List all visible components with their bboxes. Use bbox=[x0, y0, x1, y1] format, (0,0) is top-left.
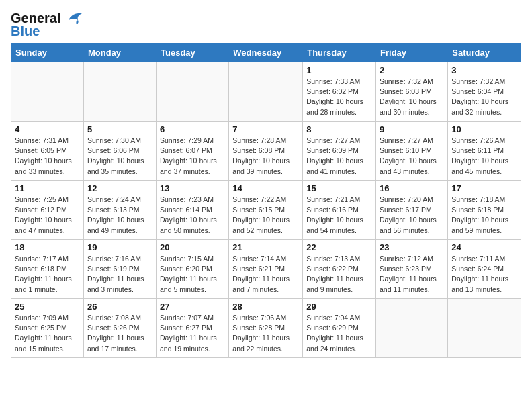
calendar-week-row: 11Sunrise: 7:25 AM Sunset: 6:12 PM Dayli… bbox=[11, 181, 521, 240]
calendar-cell: 1Sunrise: 7:33 AM Sunset: 6:02 PM Daylig… bbox=[303, 62, 376, 122]
day-info: Sunrise: 7:15 AM Sunset: 6:20 PM Dayligh… bbox=[160, 254, 225, 295]
day-number: 10 bbox=[451, 124, 517, 134]
calendar-cell: 24Sunrise: 7:11 AM Sunset: 6:24 PM Dayli… bbox=[448, 240, 521, 299]
calendar-week-row: 4Sunrise: 7:31 AM Sunset: 6:05 PM Daylig… bbox=[11, 122, 521, 181]
calendar-week-row: 25Sunrise: 7:09 AM Sunset: 6:25 PM Dayli… bbox=[11, 299, 521, 358]
day-number: 3 bbox=[451, 65, 517, 75]
day-info: Sunrise: 7:20 AM Sunset: 6:17 PM Dayligh… bbox=[380, 195, 444, 236]
day-info: Sunrise: 7:04 AM Sunset: 6:29 PM Dayligh… bbox=[306, 313, 372, 354]
day-number: 15 bbox=[306, 183, 372, 193]
calendar-week-row: 1Sunrise: 7:33 AM Sunset: 6:02 PM Daylig… bbox=[11, 62, 521, 122]
day-info: Sunrise: 7:12 AM Sunset: 6:23 PM Dayligh… bbox=[380, 254, 444, 295]
day-of-week-header: Wednesday bbox=[229, 44, 303, 62]
calendar-cell: 11Sunrise: 7:25 AM Sunset: 6:12 PM Dayli… bbox=[11, 181, 84, 240]
day-number: 25 bbox=[15, 302, 80, 312]
day-number: 18 bbox=[15, 242, 80, 253]
day-info: Sunrise: 7:24 AM Sunset: 6:13 PM Dayligh… bbox=[87, 195, 152, 236]
day-info: Sunrise: 7:23 AM Sunset: 6:14 PM Dayligh… bbox=[160, 195, 225, 236]
day-info: Sunrise: 7:27 AM Sunset: 6:09 PM Dayligh… bbox=[306, 136, 372, 177]
day-info: Sunrise: 7:26 AM Sunset: 6:11 PM Dayligh… bbox=[451, 136, 517, 177]
calendar-table: SundayMondayTuesdayWednesdayThursdayFrid… bbox=[11, 43, 521, 358]
calendar-cell: 12Sunrise: 7:24 AM Sunset: 6:13 PM Dayli… bbox=[83, 181, 156, 240]
calendar-cell: 14Sunrise: 7:22 AM Sunset: 6:15 PM Dayli… bbox=[229, 181, 303, 240]
day-number: 19 bbox=[87, 242, 152, 253]
day-number: 11 bbox=[15, 183, 80, 193]
calendar-cell: 19Sunrise: 7:16 AM Sunset: 6:19 PM Dayli… bbox=[83, 240, 156, 299]
day-info: Sunrise: 7:07 AM Sunset: 6:27 PM Dayligh… bbox=[160, 313, 225, 354]
day-info: Sunrise: 7:16 AM Sunset: 6:19 PM Dayligh… bbox=[87, 254, 152, 295]
day-info: Sunrise: 7:13 AM Sunset: 6:22 PM Dayligh… bbox=[306, 254, 372, 295]
day-number: 12 bbox=[87, 183, 152, 193]
calendar-week-row: 18Sunrise: 7:17 AM Sunset: 6:18 PM Dayli… bbox=[11, 240, 521, 299]
day-info: Sunrise: 7:28 AM Sunset: 6:08 PM Dayligh… bbox=[232, 136, 299, 177]
page-header: General Blue bbox=[11, 11, 521, 38]
day-info: Sunrise: 7:32 AM Sunset: 6:04 PM Dayligh… bbox=[451, 77, 517, 118]
calendar-cell: 10Sunrise: 7:26 AM Sunset: 6:11 PM Dayli… bbox=[448, 122, 521, 181]
day-number: 4 bbox=[15, 124, 80, 134]
logo: General Blue bbox=[11, 11, 83, 38]
day-info: Sunrise: 7:21 AM Sunset: 6:16 PM Dayligh… bbox=[306, 195, 372, 236]
day-number: 16 bbox=[380, 183, 444, 193]
day-number: 1 bbox=[306, 65, 372, 75]
day-info: Sunrise: 7:33 AM Sunset: 6:02 PM Dayligh… bbox=[306, 77, 372, 118]
calendar-cell: 9Sunrise: 7:27 AM Sunset: 6:10 PM Daylig… bbox=[376, 122, 448, 181]
calendar-cell: 18Sunrise: 7:17 AM Sunset: 6:18 PM Dayli… bbox=[11, 240, 84, 299]
calendar-cell bbox=[157, 62, 229, 122]
day-number: 29 bbox=[306, 302, 372, 312]
calendar-cell: 3Sunrise: 7:32 AM Sunset: 6:04 PM Daylig… bbox=[448, 62, 521, 122]
calendar-header-row: SundayMondayTuesdayWednesdayThursdayFrid… bbox=[11, 44, 521, 62]
day-of-week-header: Friday bbox=[376, 44, 448, 62]
day-number: 6 bbox=[160, 124, 225, 134]
calendar-cell: 8Sunrise: 7:27 AM Sunset: 6:09 PM Daylig… bbox=[303, 122, 376, 181]
day-number: 7 bbox=[232, 124, 299, 134]
day-of-week-header: Monday bbox=[83, 44, 156, 62]
logo-bird-icon bbox=[63, 11, 83, 26]
calendar-cell: 20Sunrise: 7:15 AM Sunset: 6:20 PM Dayli… bbox=[157, 240, 229, 299]
day-info: Sunrise: 7:30 AM Sunset: 6:06 PM Dayligh… bbox=[87, 136, 152, 177]
day-info: Sunrise: 7:17 AM Sunset: 6:18 PM Dayligh… bbox=[15, 254, 80, 295]
day-info: Sunrise: 7:22 AM Sunset: 6:15 PM Dayligh… bbox=[232, 195, 299, 236]
calendar-cell bbox=[376, 299, 448, 358]
day-number: 28 bbox=[232, 302, 299, 312]
calendar-cell bbox=[229, 62, 303, 122]
day-info: Sunrise: 7:11 AM Sunset: 6:24 PM Dayligh… bbox=[451, 254, 517, 295]
day-number: 2 bbox=[380, 65, 444, 75]
day-info: Sunrise: 7:06 AM Sunset: 6:28 PM Dayligh… bbox=[232, 313, 299, 354]
day-number: 17 bbox=[451, 183, 517, 193]
day-of-week-header: Thursday bbox=[303, 44, 376, 62]
calendar-cell: 21Sunrise: 7:14 AM Sunset: 6:21 PM Dayli… bbox=[229, 240, 303, 299]
logo-text-general: General bbox=[11, 11, 60, 25]
calendar-cell: 2Sunrise: 7:32 AM Sunset: 6:03 PM Daylig… bbox=[376, 62, 448, 122]
day-number: 20 bbox=[160, 242, 225, 253]
day-of-week-header: Sunday bbox=[11, 44, 84, 62]
calendar-cell: 22Sunrise: 7:13 AM Sunset: 6:22 PM Dayli… bbox=[303, 240, 376, 299]
calendar-cell bbox=[448, 299, 521, 358]
calendar-cell: 7Sunrise: 7:28 AM Sunset: 6:08 PM Daylig… bbox=[229, 122, 303, 181]
calendar-cell: 16Sunrise: 7:20 AM Sunset: 6:17 PM Dayli… bbox=[376, 181, 448, 240]
calendar-cell bbox=[11, 62, 84, 122]
day-info: Sunrise: 7:18 AM Sunset: 6:18 PM Dayligh… bbox=[451, 195, 517, 236]
day-info: Sunrise: 7:32 AM Sunset: 6:03 PM Dayligh… bbox=[380, 77, 444, 118]
calendar-cell: 15Sunrise: 7:21 AM Sunset: 6:16 PM Dayli… bbox=[303, 181, 376, 240]
day-info: Sunrise: 7:08 AM Sunset: 6:26 PM Dayligh… bbox=[87, 313, 152, 354]
calendar-cell: 17Sunrise: 7:18 AM Sunset: 6:18 PM Dayli… bbox=[448, 181, 521, 240]
day-info: Sunrise: 7:29 AM Sunset: 6:07 PM Dayligh… bbox=[160, 136, 225, 177]
day-of-week-header: Tuesday bbox=[157, 44, 229, 62]
day-info: Sunrise: 7:09 AM Sunset: 6:25 PM Dayligh… bbox=[15, 313, 80, 354]
calendar-cell: 6Sunrise: 7:29 AM Sunset: 6:07 PM Daylig… bbox=[157, 122, 229, 181]
calendar-cell: 13Sunrise: 7:23 AM Sunset: 6:14 PM Dayli… bbox=[157, 181, 229, 240]
day-info: Sunrise: 7:25 AM Sunset: 6:12 PM Dayligh… bbox=[15, 195, 80, 236]
calendar-cell: 28Sunrise: 7:06 AM Sunset: 6:28 PM Dayli… bbox=[229, 299, 303, 358]
day-info: Sunrise: 7:14 AM Sunset: 6:21 PM Dayligh… bbox=[232, 254, 299, 295]
calendar-cell: 4Sunrise: 7:31 AM Sunset: 6:05 PM Daylig… bbox=[11, 122, 84, 181]
day-number: 21 bbox=[232, 242, 299, 253]
day-number: 14 bbox=[232, 183, 299, 193]
day-info: Sunrise: 7:31 AM Sunset: 6:05 PM Dayligh… bbox=[15, 136, 80, 177]
day-number: 5 bbox=[87, 124, 152, 134]
day-number: 24 bbox=[451, 242, 517, 253]
day-number: 27 bbox=[160, 302, 225, 312]
day-number: 9 bbox=[380, 124, 444, 134]
calendar-cell: 23Sunrise: 7:12 AM Sunset: 6:23 PM Dayli… bbox=[376, 240, 448, 299]
calendar-cell: 27Sunrise: 7:07 AM Sunset: 6:27 PM Dayli… bbox=[157, 299, 229, 358]
calendar-cell: 5Sunrise: 7:30 AM Sunset: 6:06 PM Daylig… bbox=[83, 122, 156, 181]
